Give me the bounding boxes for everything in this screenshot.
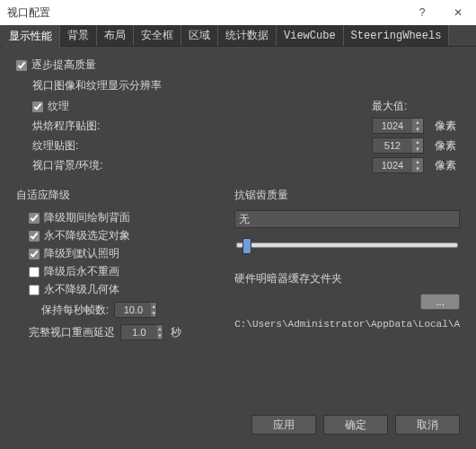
unit-label: 像素 (435, 138, 460, 154)
baked-maps-input[interactable] (373, 119, 412, 133)
spin-down-icon[interactable]: ▼ (412, 165, 423, 172)
resolution-section-label: 视口图像和纹理显示分辨率 (32, 78, 460, 93)
cancel-button[interactable]: 取消 (395, 415, 460, 435)
antialias-title: 抗锯齿质量 (234, 188, 460, 203)
spin-up-icon[interactable]: ▲ (151, 303, 156, 310)
spin-down-icon[interactable]: ▼ (412, 145, 423, 153)
unit-label: 像素 (435, 119, 460, 134)
tab-steeringwheels[interactable]: SteeringWheels (344, 25, 450, 46)
viewport-bg-label: 视口背景/环境: (32, 158, 372, 173)
viewport-bg-input[interactable] (373, 158, 412, 172)
adaptive-opt-0[interactable] (29, 213, 40, 224)
cache-path: C:\Users\Administrator\AppData\Local\A (234, 319, 460, 330)
tab-safeframe[interactable]: 安全框 (134, 25, 181, 46)
adaptive-opt-4-label: 永不降级几何体 (44, 282, 119, 297)
spin-down-icon[interactable]: ▼ (412, 126, 423, 133)
antialias-slider[interactable] (236, 242, 458, 248)
adaptive-opt-4[interactable] (29, 285, 40, 295)
adaptive-opt-3[interactable] (29, 267, 40, 277)
spin-up-icon[interactable]: ▲ (412, 138, 423, 145)
close-button[interactable]: ✕ (440, 0, 476, 25)
unit-label: 像素 (435, 158, 460, 173)
slider-thumb[interactable] (242, 238, 251, 254)
progressive-checkbox[interactable] (16, 60, 27, 71)
texture-maps-input[interactable] (373, 138, 412, 153)
fps-spinner[interactable]: ▲▼ (114, 302, 157, 318)
apply-button[interactable]: 应用 (251, 415, 316, 435)
spin-down-icon[interactable]: ▼ (157, 332, 163, 339)
tab-layout[interactable]: 布局 (97, 25, 134, 46)
adaptive-opt-2-label: 降级到默认照明 (44, 246, 119, 261)
window-title: 视口配置 (7, 5, 404, 21)
viewport-bg-spinner[interactable]: ▲▼ (372, 157, 424, 173)
browse-button[interactable]: ... (420, 294, 460, 310)
tab-background[interactable]: 背景 (60, 25, 97, 46)
texture-checkbox[interactable] (32, 101, 43, 112)
ellipsis-icon: ... (436, 295, 445, 308)
adaptive-title: 自适应降级 (16, 188, 216, 203)
adaptive-opt-2[interactable] (29, 249, 40, 260)
adaptive-opt-0-label: 降级期间绘制背面 (44, 210, 130, 225)
delay-spinner[interactable]: ▲▼ (120, 324, 163, 340)
help-button[interactable]: ? (404, 0, 440, 25)
ok-button[interactable]: 确定 (323, 415, 388, 435)
spin-up-icon[interactable]: ▲ (412, 119, 423, 126)
cache-title: 硬件明暗器缓存文件夹 (234, 271, 460, 286)
progressive-label: 逐步提高质量 (31, 57, 96, 73)
adaptive-opt-1[interactable] (29, 231, 40, 242)
fps-label: 保持每秒帧数: (41, 303, 109, 318)
tab-statistics[interactable]: 统计数据 (218, 25, 277, 46)
adaptive-opt-1-label: 永不降级选定对象 (44, 228, 130, 243)
spin-down-icon[interactable]: ▼ (151, 310, 156, 317)
tab-viewcube[interactable]: ViewCube (277, 25, 344, 46)
titlebar: 视口配置 ? ✕ (0, 0, 476, 25)
question-icon: ? (419, 6, 426, 19)
max-value-header: 最大值: (372, 99, 428, 114)
close-icon: ✕ (454, 6, 463, 19)
fps-input[interactable] (115, 303, 151, 317)
delay-label: 完整视口重画延迟 (29, 325, 115, 340)
tab-display-performance[interactable]: 显示性能 (2, 26, 60, 47)
baked-maps-label: 烘焙程序贴图: (32, 119, 372, 134)
baked-maps-spinner[interactable]: ▲▼ (372, 118, 424, 134)
antialias-combo[interactable] (234, 210, 460, 228)
texture-maps-label: 纹理贴图: (32, 138, 372, 154)
texture-maps-spinner[interactable]: ▲▼ (372, 137, 424, 154)
spin-up-icon[interactable]: ▲ (412, 158, 423, 165)
delay-input[interactable] (121, 325, 157, 339)
tab-bar: 显示性能 背景 布局 安全框 区域 统计数据 ViewCube Steering… (0, 25, 476, 47)
texture-label: 纹理 (48, 99, 69, 114)
tab-regions[interactable]: 区域 (181, 25, 218, 46)
adaptive-opt-3-label: 降级后永不重画 (44, 264, 119, 279)
delay-unit: 秒 (171, 325, 181, 340)
spin-up-icon[interactable]: ▲ (157, 325, 163, 332)
